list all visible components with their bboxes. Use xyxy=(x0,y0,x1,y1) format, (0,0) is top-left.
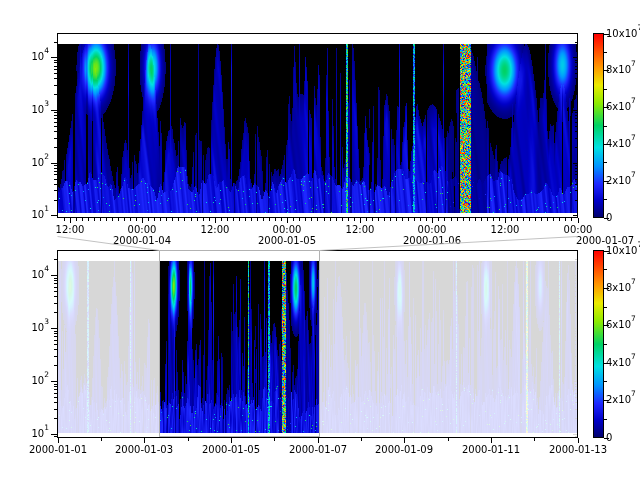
date-label: 2000-01-05 xyxy=(194,444,268,456)
colorbar-label: 6x107 xyxy=(606,100,636,113)
x-minor-tick xyxy=(245,218,246,221)
x-minor-tick xyxy=(366,218,367,221)
x-minor-tick xyxy=(209,218,210,221)
x-minor-tick xyxy=(529,218,530,221)
time-label: 12:00 xyxy=(193,224,237,236)
colorbar-label: 6x107 xyxy=(606,318,636,331)
label-exponent: 1 xyxy=(44,423,49,432)
x-minor-tick xyxy=(378,218,379,221)
x-minor-tick xyxy=(130,218,131,221)
colorbar-label: 8x107 xyxy=(606,281,636,294)
selection-box[interactable] xyxy=(159,250,320,437)
y-decade-label: 104 xyxy=(15,268,49,281)
x-minor-tick xyxy=(257,218,258,221)
label-base: 10x10 xyxy=(606,245,637,256)
colorbar-tick xyxy=(604,218,609,219)
x-minor-tick xyxy=(493,218,494,221)
date-label: 2000-01-07 xyxy=(576,235,640,247)
date-label: 2000-01-09 xyxy=(367,444,441,456)
label-exponent: 7 xyxy=(631,277,636,286)
x-tick xyxy=(318,438,319,443)
colorbar-tick xyxy=(604,438,609,439)
x-minor-tick xyxy=(178,218,179,221)
x-tick xyxy=(58,438,59,443)
colorbar-label: 10x107 xyxy=(606,27,640,40)
x-tick xyxy=(142,218,143,223)
colorbar-tick xyxy=(604,363,609,364)
x-minor-tick xyxy=(354,218,355,221)
x-minor-tick xyxy=(148,218,149,221)
x-minor-tick xyxy=(231,438,232,441)
x-minor-tick xyxy=(463,218,464,221)
label-exponent: 7 xyxy=(631,96,636,105)
colorbar-minor-tick xyxy=(604,269,607,270)
label-base: 2x10 xyxy=(606,175,631,186)
colorbar-minor-tick xyxy=(604,344,607,345)
x-minor-tick xyxy=(559,218,560,221)
x-minor-tick xyxy=(269,218,270,221)
x-minor-tick xyxy=(361,438,362,441)
x-minor-tick xyxy=(457,218,458,221)
x-minor-tick xyxy=(305,218,306,221)
x-minor-tick xyxy=(451,218,452,221)
date-label: 2000-01-03 xyxy=(107,444,181,456)
connector-line-left xyxy=(58,237,160,251)
colorbar-bottom[interactable] xyxy=(594,251,603,437)
x-minor-tick xyxy=(475,218,476,221)
x-minor-tick xyxy=(523,218,524,221)
x-minor-tick xyxy=(124,218,125,221)
x-minor-tick xyxy=(336,218,337,221)
y-decade-label: 102 xyxy=(15,374,49,387)
colorbar-tick xyxy=(604,251,609,252)
x-minor-tick xyxy=(481,218,482,221)
x-minor-tick xyxy=(184,218,185,221)
context-dim-overlay-right xyxy=(320,251,577,437)
time-label: 12:00 xyxy=(483,224,527,236)
label-base: 4x10 xyxy=(606,138,631,149)
x-tick xyxy=(505,218,506,223)
label-base: 10 xyxy=(31,209,44,220)
label-exponent: 4 xyxy=(44,46,49,55)
colorbar-minor-tick xyxy=(604,199,607,200)
label-base: 0 xyxy=(606,432,612,443)
x-minor-tick xyxy=(487,218,488,221)
label-base: 6x10 xyxy=(606,101,631,112)
x-minor-tick xyxy=(203,218,204,221)
label-base: 4x10 xyxy=(606,357,631,368)
x-minor-tick xyxy=(432,218,433,221)
x-minor-tick xyxy=(221,218,222,221)
colorbar-tick xyxy=(604,288,609,289)
x-minor-tick xyxy=(491,438,492,441)
label-exponent: 2 xyxy=(44,152,49,161)
x-minor-tick xyxy=(324,218,325,221)
time-label: 00:00 xyxy=(410,224,454,236)
colorbar-label: 8x107 xyxy=(606,63,636,76)
x-minor-tick xyxy=(535,218,536,221)
x-minor-tick xyxy=(70,218,71,221)
x-minor-tick xyxy=(517,218,518,221)
colorbar-tick xyxy=(604,181,609,182)
spectrogram-viewer-window: 12:0000:002000-01-0412:0000:002000-01-05… xyxy=(0,0,640,480)
x-minor-tick xyxy=(317,218,318,221)
colorbar-top[interactable] xyxy=(594,34,603,217)
label-base: 8x10 xyxy=(606,282,631,293)
colorbar-minor-tick xyxy=(604,419,607,420)
label-base: 10 xyxy=(31,51,44,62)
label-exponent: 3 xyxy=(44,99,49,108)
x-minor-tick xyxy=(499,218,500,221)
x-tick xyxy=(491,438,492,443)
x-minor-tick xyxy=(64,218,65,221)
x-minor-tick xyxy=(188,438,189,441)
y-decade-label: 101 xyxy=(15,427,49,440)
x-minor-tick xyxy=(404,438,405,441)
date-label: 2000-01-11 xyxy=(454,444,528,456)
zoom-spectrogram-canvas[interactable] xyxy=(58,34,577,217)
x-minor-tick xyxy=(311,218,312,221)
x-tick xyxy=(287,218,288,223)
y-decade-label: 101 xyxy=(15,208,49,221)
colorbar-tick xyxy=(604,70,609,71)
time-label: 12:00 xyxy=(48,224,92,236)
colorbar-label: 4x107 xyxy=(606,356,636,369)
label-base: 10 xyxy=(31,322,44,333)
x-minor-tick xyxy=(100,218,101,221)
